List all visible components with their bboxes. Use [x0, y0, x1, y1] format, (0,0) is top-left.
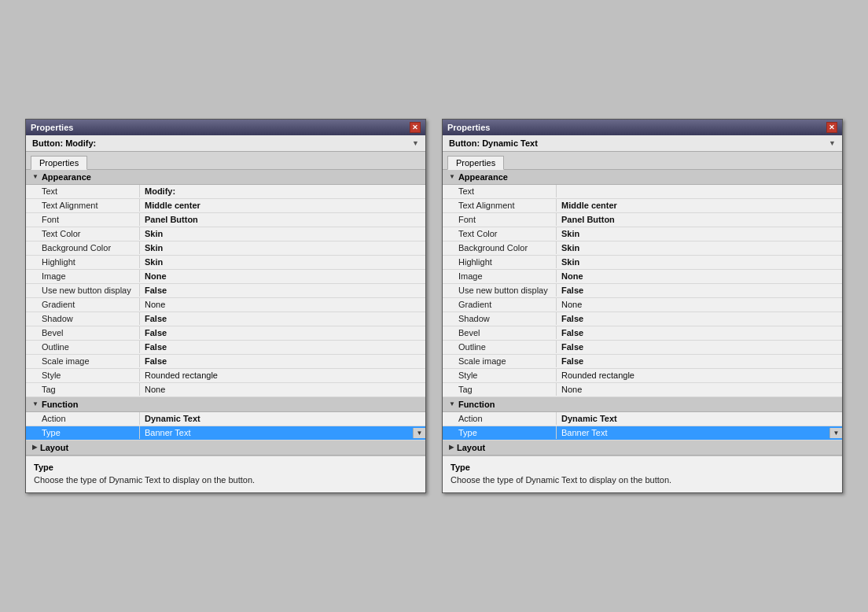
row-type-1[interactable]: Type Banner Text ▼ [26, 426, 425, 441]
row-outline-1: Outline False [26, 341, 425, 355]
row-text-color-1: Text Color Skin [26, 227, 425, 241]
title-bar-2: Properties ✕ [443, 120, 842, 135]
row-text-color-2: Text Color Skin [443, 227, 842, 241]
row-use-new-2: Use new button display False [443, 284, 842, 298]
row-bg-color-1: Background Color Skin [26, 241, 425, 256]
row-shadow-2: Shadow False [443, 312, 842, 326]
info-title-1: Type [34, 463, 417, 472]
row-tag-1: Tag None [26, 383, 425, 397]
properties-window-2: Properties ✕ Button: Dynamic Text ▼ Prop… [442, 119, 843, 493]
layout-triangle-2: ▶ [449, 444, 454, 451]
close-button-2[interactable]: ✕ [826, 122, 837, 133]
row-gradient-2: Gradient None [443, 298, 842, 312]
info-section-1: Type Choose the type of Dynamic Text to … [26, 455, 425, 492]
appearance-triangle-2: ▼ [449, 173, 455, 180]
layout-section-2[interactable]: ▶ Layout [443, 441, 842, 455]
layout-triangle-1: ▶ [32, 444, 37, 451]
row-scale-image-2: Scale image False [443, 355, 842, 369]
info-desc-1: Choose the type of Dynamic Text to displ… [34, 474, 417, 486]
row-image-1: Image None [26, 270, 425, 284]
row-outline-2: Outline False [443, 341, 842, 355]
row-style-1: Style Rounded rectangle [26, 369, 425, 383]
appearance-section-2[interactable]: ▼ Appearance [443, 170, 842, 185]
tab-properties-2[interactable]: Properties [447, 156, 504, 170]
row-type-2[interactable]: Type Banner Text ▼ [443, 426, 842, 441]
tabs-bar-2: Properties [443, 152, 842, 170]
row-text-2: Text [443, 185, 842, 199]
row-gradient-1: Gradient None [26, 298, 425, 312]
tab-properties-1[interactable]: Properties [31, 156, 87, 170]
properties-content-2: ▼ Appearance Text Text Alignment Middle … [443, 170, 842, 455]
function-section-1[interactable]: ▼ Function [26, 397, 425, 412]
row-bg-color-2: Background Color Skin [443, 241, 842, 256]
row-shadow-1: Shadow False [26, 312, 425, 326]
row-bevel-1: Bevel False [26, 326, 425, 341]
info-section-2: Type Choose the type of Dynamic Text to … [443, 455, 842, 492]
row-image-2: Image None [443, 270, 842, 284]
row-action-2: Action Dynamic Text [443, 412, 842, 426]
function-section-2[interactable]: ▼ Function [443, 397, 842, 412]
row-highlight-1: Highlight Skin [26, 256, 425, 270]
function-triangle-1: ▼ [32, 400, 39, 407]
appearance-section-1[interactable]: ▼ Appearance [26, 170, 425, 185]
tabs-bar-1: Properties [26, 152, 425, 170]
row-text-alignment-1: Text Alignment Middle center [26, 199, 425, 213]
function-triangle-2: ▼ [449, 400, 455, 407]
button-header-2: Button: Dynamic Text ▼ [443, 135, 842, 152]
title-2: Properties [447, 123, 490, 132]
properties-window-1: Properties ✕ Button: Modify: ▼ Propertie… [25, 119, 426, 493]
title-bar-1: Properties ✕ [26, 120, 425, 135]
header-dropdown-arrow-1[interactable]: ▼ [412, 139, 419, 147]
info-desc-2: Choose the type of Dynamic Text to displ… [451, 474, 834, 486]
properties-content-1: ▼ Appearance Text Modify: Text Alignment… [26, 170, 425, 455]
row-use-new-1: Use new button display False [26, 284, 425, 298]
type-dropdown-btn-1[interactable]: ▼ [413, 428, 425, 438]
row-font-2: Font Panel Button [443, 213, 842, 227]
title-1: Properties [31, 123, 73, 132]
type-dropdown-btn-2[interactable]: ▼ [829, 428, 842, 438]
row-scale-image-1: Scale image False [26, 355, 425, 369]
appearance-triangle-1: ▼ [32, 173, 39, 180]
row-style-2: Style Rounded rectangle [443, 369, 842, 383]
row-highlight-2: Highlight Skin [443, 256, 842, 270]
row-bevel-2: Bevel False [443, 326, 842, 341]
layout-section-1[interactable]: ▶ Layout [26, 441, 425, 455]
row-text-1: Text Modify: [26, 185, 425, 199]
button-header-1: Button: Modify: ▼ [26, 135, 425, 152]
row-text-alignment-2: Text Alignment Middle center [443, 199, 842, 213]
info-title-2: Type [451, 463, 834, 472]
close-button-1[interactable]: ✕ [410, 122, 421, 133]
row-tag-2: Tag None [443, 383, 842, 397]
header-dropdown-arrow-2[interactable]: ▼ [829, 139, 836, 147]
row-font-1: Font Panel Button [26, 213, 425, 227]
row-action-1: Action Dynamic Text [26, 412, 425, 426]
